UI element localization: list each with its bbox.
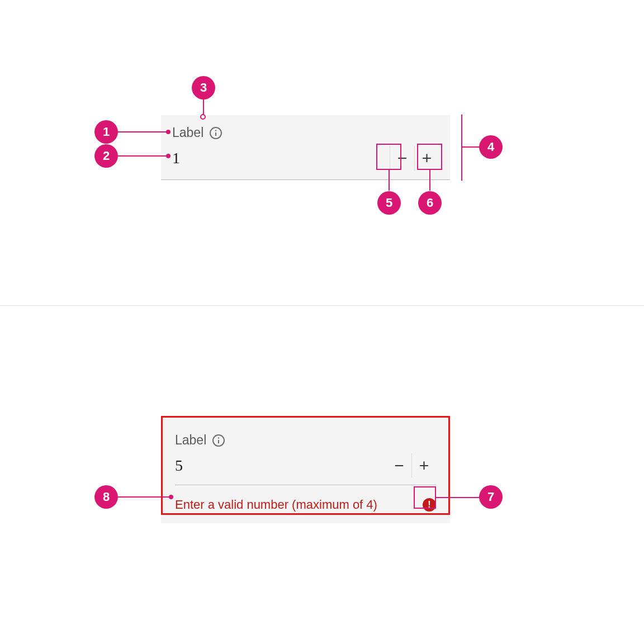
callout-leader <box>389 170 390 191</box>
section-divider <box>0 305 644 306</box>
callout-bracket <box>461 115 462 181</box>
callout-badge-7: 7 <box>479 485 503 509</box>
callout-leader <box>429 170 430 191</box>
minus-icon: − <box>394 457 404 474</box>
callout-leader <box>118 496 170 498</box>
plus-icon: + <box>422 150 432 167</box>
label-row: Label <box>175 433 436 448</box>
number-input-value[interactable]: 1 <box>172 149 390 167</box>
callout-badge-8: 8 <box>94 485 118 509</box>
field-label: Label <box>175 433 206 448</box>
decrement-button[interactable]: − <box>387 453 411 478</box>
error-icon: ! <box>423 498 436 512</box>
callout-leader <box>118 155 167 157</box>
callout-badge-3: 3 <box>192 76 215 100</box>
callout-leader <box>436 497 480 498</box>
svg-point-4 <box>218 437 219 438</box>
increment-button[interactable]: + <box>414 146 439 171</box>
field-label: Label <box>172 125 203 140</box>
minus-icon: − <box>397 150 408 167</box>
callout-dot <box>166 154 171 158</box>
svg-point-1 <box>215 130 216 131</box>
error-message: Enter a valid number (maximum of 4) <box>175 498 377 512</box>
callout-dot <box>166 130 171 134</box>
callout-dot <box>200 114 206 120</box>
error-row: Enter a valid number (maximum of 4) ! <box>175 498 436 512</box>
number-input-component: Label 1 − + <box>161 115 450 180</box>
stepper-controls: − + <box>390 146 439 171</box>
info-icon[interactable] <box>212 434 225 447</box>
info-icon[interactable] <box>209 126 222 140</box>
increment-button[interactable]: + <box>411 453 436 478</box>
callout-badge-6: 6 <box>418 191 442 215</box>
value-row: 1 − + <box>172 146 439 171</box>
stepper-controls: − + <box>387 453 436 478</box>
label-row: Label <box>172 125 439 140</box>
callout-leader <box>118 131 167 132</box>
callout-badge-1: 1 <box>94 120 118 144</box>
callout-leader <box>461 146 480 148</box>
callout-badge-4: 4 <box>479 135 503 159</box>
value-row: 5 − + <box>175 453 436 485</box>
callout-leader <box>203 100 204 116</box>
plus-icon: + <box>419 457 429 474</box>
decrement-button[interactable]: − <box>390 146 414 171</box>
number-input-component-error: Label 5 − + Enter a valid number (maximu… <box>161 416 450 523</box>
number-input-value[interactable]: 5 <box>175 457 387 475</box>
callout-badge-2: 2 <box>94 144 118 168</box>
callout-badge-5: 5 <box>377 191 401 215</box>
callout-dot <box>169 495 173 499</box>
